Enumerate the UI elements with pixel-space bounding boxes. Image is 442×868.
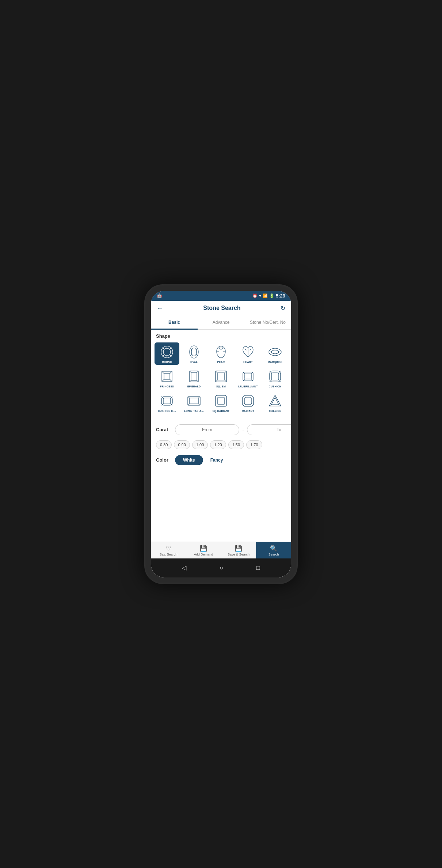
color-label: Color [156,457,172,463]
shape-sqradiant-label: SQ.RADIANT [213,410,230,412]
carat-label: Carat [156,427,172,432]
android-icon: 🤖 [157,293,162,298]
shape-emerald[interactable]: EMERALD [182,367,206,389]
color-section: Color White Fancy [151,453,291,469]
svg-point-11 [191,348,197,356]
shape-cushionm-label: CUSHION M... [158,410,176,412]
svg-point-10 [190,346,198,358]
svg-line-22 [245,349,246,350]
save-search-icon: ♡ [166,545,171,552]
shape-trillion-label: TRILLION [269,410,282,412]
shape-sqradiant[interactable]: SQ.RADIANT [209,391,233,414]
refresh-button[interactable]: ↻ [281,305,285,312]
svg-marker-75 [271,397,279,405]
alarm-icon: ⏰ [252,293,258,298]
svg-marker-71 [217,397,225,405]
tab-stone-no[interactable]: Stone No/Cert. No [244,316,291,330]
svg-line-31 [170,371,172,374]
save-and-search-icon: 💾 [235,545,242,552]
main-content: Shape ROUND [151,330,291,542]
carat-chips: 0.80 0.90 1.00 1.20 1.50 1.70 [151,439,291,453]
android-home-btn[interactable]: ○ [220,565,223,571]
svg-line-43 [225,371,226,373]
svg-line-23 [250,349,251,350]
tab-bar: Basic Advance Stone No/Cert. No [151,316,291,330]
nav-save-and-search[interactable]: 💾 Save & Search [221,542,256,558]
shape-oval-label: OVAL [190,361,198,363]
shape-longradia-label: LONG RADIA... [184,410,204,412]
nav-add-demand[interactable]: 💾 Add Demand [186,542,221,558]
status-bar: 🤖 ⏰ ▾ 📶 🔋 5:29 [151,291,291,301]
bottom-nav: ♡ Sav. Search 💾 Add Demand 💾 Save & Sear… [151,542,291,558]
shape-round-label: ROUND [162,361,172,363]
shape-heart-label: HEART [243,361,253,363]
android-back-btn[interactable]: ◁ [182,564,186,571]
shape-cushion[interactable]: CUSHION [263,367,287,389]
carat-chip-120[interactable]: 1.20 [210,440,226,449]
shape-oval[interactable]: OVAL [182,342,206,365]
carat-chip-170[interactable]: 1.70 [246,440,262,449]
svg-line-44 [216,380,217,382]
shape-pear[interactable]: PEAR [209,342,233,365]
svg-line-30 [162,371,164,374]
shape-heart[interactable]: HEART [236,342,260,365]
app-bar: ← Stone Search ↻ [151,301,291,316]
color-row: Color White Fancy [156,455,286,465]
tab-advance[interactable]: Advance [198,316,244,330]
carat-chip-100[interactable]: 1.00 [192,440,208,449]
add-demand-icon: 💾 [200,545,207,552]
phone-screen: 🤖 ⏰ ▾ 📶 🔋 5:29 ← Stone Search ↻ Basic Ad… [151,291,291,577]
nav-search[interactable]: 🔍 Search [256,542,291,558]
shape-princess[interactable]: PRINCESS [155,367,179,389]
color-toggle: White [175,455,203,465]
shape-lrbrilliant[interactable]: LR_BRILLIANT [236,367,260,389]
svg-line-17 [219,348,220,350]
nav-add-demand-label: Add Demand [194,553,213,556]
status-time: 5:29 [276,293,285,299]
carat-chip-150[interactable]: 1.50 [228,440,244,449]
svg-point-25 [271,350,279,354]
shape-cushionm[interactable]: CUSHION M... [155,391,179,414]
carat-to-input[interactable] [247,424,291,435]
shape-sqem[interactable]: SQ. EM [209,367,233,389]
shape-princess-label: PRINCESS [160,385,174,388]
tab-basic[interactable]: Basic [151,316,198,330]
color-white-button[interactable]: White [175,455,203,465]
search-icon: 🔍 [270,545,277,552]
svg-point-1 [163,348,171,356]
nav-save-and-search-label: Save & Search [228,553,249,556]
svg-rect-59 [163,398,171,404]
wifi-icon: ▾ [259,293,261,298]
shape-radiant[interactable]: RADIANT [236,391,260,414]
svg-line-45 [225,380,226,382]
shape-longradia[interactable]: LONG RADIA... [182,391,206,414]
shape-round[interactable]: ROUND [155,342,179,365]
android-nav-bar: ◁ ○ □ [151,558,291,577]
nav-save-search[interactable]: ♡ Sav. Search [151,542,186,558]
svg-line-42 [216,371,217,373]
shape-trillion[interactable]: TRILLION [263,391,287,414]
carat-chip-090[interactable]: 0.90 [174,440,190,449]
carat-chip-080[interactable]: 0.80 [156,440,172,449]
svg-rect-65 [190,398,198,404]
signal-icon: 📶 [263,293,268,298]
svg-rect-41 [217,373,225,380]
carat-from-input[interactable] [175,424,239,435]
svg-rect-47 [245,374,251,379]
shape-grid: ROUND OVAL [151,341,291,417]
divider-1 [151,419,291,419]
status-left: 🤖 [157,293,162,298]
shape-marquise[interactable]: MARQUISE [263,342,287,365]
color-fancy-button[interactable]: Fancy [206,455,228,465]
nav-save-search-label: Sav. Search [160,553,177,556]
carat-dash: - [242,427,244,433]
svg-marker-73 [244,397,252,405]
shape-emerald-label: EMERALD [187,385,201,388]
android-recent-btn[interactable]: □ [256,565,260,571]
phone-frame: 🤖 ⏰ ▾ 📶 🔋 5:29 ← Stone Search ↻ Basic Ad… [144,284,298,584]
back-button[interactable]: ← [157,304,163,312]
shape-pear-label: PEAR [217,361,225,363]
svg-rect-53 [271,373,279,380]
status-right: ⏰ ▾ 📶 🔋 5:29 [252,293,285,299]
svg-rect-29 [164,374,170,379]
